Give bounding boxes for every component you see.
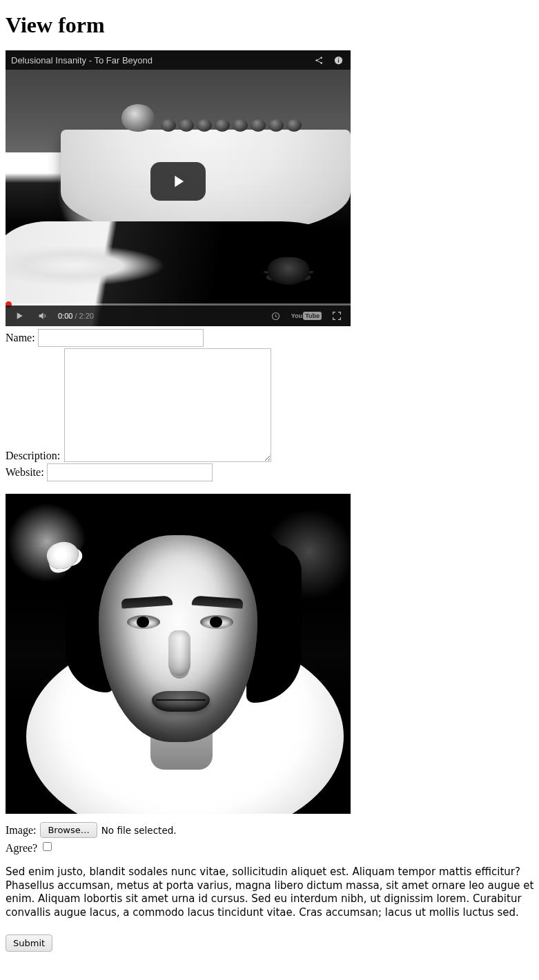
uploaded-image-preview [6,494,351,814]
image-label: Image: [6,824,36,837]
description-textarea[interactable] [64,348,271,462]
svg-rect-4 [337,59,338,62]
description-label: Description: [6,450,60,462]
video-title[interactable]: Delusional Insanity - To Far Beyond [11,55,306,66]
name-row: Name: [6,329,539,347]
agree-label: Agree? [6,842,37,854]
video-topbar: Delusional Insanity - To Far Beyond [6,50,351,70]
fullscreen-icon[interactable] [329,308,345,324]
name-input[interactable] [38,329,204,347]
youtube-logo-prefix: You [291,312,302,319]
youtube-logo[interactable]: YouTube [291,312,322,320]
agree-checkbox[interactable] [43,842,52,851]
name-label: Name: [6,332,35,343]
website-row: Website: [6,463,539,481]
watch-later-icon[interactable] [268,308,284,324]
big-play-button[interactable] [150,162,206,201]
image-row: Image: Browse… No file selected. [6,822,539,838]
website-label: Website: [6,466,44,478]
video-time: 0:00 / 2:20 [58,312,94,320]
video-controls: 0:00 / 2:20 YouTube [6,306,351,326]
video-decor [161,119,302,132]
share-icon[interactable] [312,53,326,67]
website-input[interactable] [47,463,213,481]
agree-row: Agree? [6,841,539,854]
video-current-time: 0:00 [58,312,72,320]
play-icon[interactable] [11,308,28,324]
video-decor [268,257,309,285]
info-icon[interactable] [331,53,345,67]
body-paragraph: Sed enim justo, blandit sodales nunc vit… [6,866,537,919]
video-decor [121,104,155,132]
volume-icon[interactable] [35,308,51,324]
youtube-logo-suffix: Tube [303,312,322,320]
description-row: Description: [6,348,539,462]
submit-button[interactable]: Submit [6,934,52,952]
browse-button[interactable]: Browse… [40,822,97,838]
video-decor [61,130,351,233]
file-status-text: No file selected. [101,825,177,836]
svg-rect-5 [337,57,338,58]
page-title: View form [6,12,539,38]
video-duration: 2:20 [79,312,93,320]
video-player[interactable]: Delusional Insanity - To Far Beyond 0:00 [6,50,351,326]
